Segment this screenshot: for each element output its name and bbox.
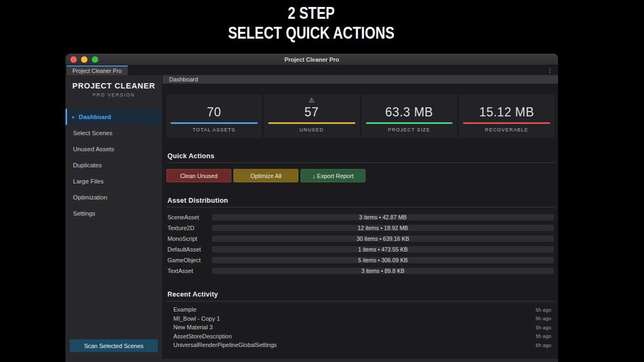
activity-name: MI_Bowl - Copy 1 bbox=[166, 315, 536, 322]
warning-icon bbox=[362, 96, 457, 105]
minimize-window-button[interactable] bbox=[81, 56, 87, 63]
asset-type-label: GameObject bbox=[166, 257, 211, 263]
asset-distribution-row: DefaultAsset 1 items • 473.55 KB bbox=[166, 244, 554, 255]
sidebar-item-label: Settings bbox=[73, 210, 96, 217]
activity-time: 5h ago bbox=[536, 342, 554, 348]
asset-bar-text: 12 items • 18.92 MB bbox=[212, 225, 554, 231]
asset-type-label: DefaultAsset bbox=[166, 246, 211, 253]
sidebar-item[interactable]: ● Unused Assets bbox=[65, 141, 162, 157]
asset-distribution-row: TextAsset 3 items • 89.8 KB bbox=[166, 265, 554, 276]
traffic-lights bbox=[70, 54, 98, 65]
quick-action-button[interactable]: Optimize All bbox=[233, 169, 298, 182]
stats-row: 70 TOTAL ASSETS ⚠ 57 UNUSED bbox=[166, 94, 554, 138]
warning-icon bbox=[166, 96, 262, 105]
quick-action-button[interactable]: ↓ Export Report bbox=[301, 169, 365, 182]
asset-bar-text: 30 items • 639.16 KB bbox=[212, 235, 554, 242]
activity-name: UniversalRenderPipelineGlobalSettings bbox=[166, 342, 536, 348]
step-banner: 2 STEP SELECT QUICK ACTIONS bbox=[56, 3, 566, 43]
asset-distribution-row: SceneAsset 3 items • 42.87 MB bbox=[166, 212, 554, 223]
banner-step-title: SELECT QUICK ACTIONS bbox=[56, 23, 566, 43]
asset-bar-track: 1 items • 473.55 KB bbox=[211, 246, 554, 253]
sidebar-item[interactable]: ● Optimization bbox=[65, 189, 162, 205]
activity-time: 5h ago bbox=[536, 307, 554, 313]
asset-bar-track: 12 items • 18.92 MB bbox=[211, 224, 554, 232]
tab-label: Project Cleaner Pro bbox=[72, 68, 122, 74]
asset-type-label: TextAsset bbox=[166, 268, 211, 274]
asset-bar-track: 5 items • 306.09 KB bbox=[211, 256, 554, 264]
asset-distribution-row: Texture2D 12 items • 18.92 MB bbox=[166, 223, 554, 233]
warning-icon bbox=[459, 96, 554, 105]
stat-label: TOTAL ASSETS bbox=[166, 127, 262, 132]
quick-actions-section: Quick Actions Clean Unused Optimize All … bbox=[166, 152, 554, 182]
sidebar-item-label: Duplicates bbox=[73, 162, 102, 168]
banner-step-number: 2 STEP bbox=[56, 3, 566, 23]
close-window-button[interactable] bbox=[70, 56, 77, 63]
window-footer bbox=[65, 359, 558, 362]
window-title: Project Cleaner Pro bbox=[65, 56, 558, 63]
activity-name: AssetStoreDescription bbox=[166, 333, 536, 339]
stat-value: 15.12 MB bbox=[459, 105, 554, 120]
activity-row: New Material 3 5h ago bbox=[166, 323, 554, 332]
tab-strip: Project Cleaner Pro ⋮ bbox=[65, 65, 558, 75]
zoom-window-button[interactable] bbox=[92, 56, 98, 63]
sidebar-title: PROJECT CLEANER bbox=[65, 82, 162, 90]
stat-value: 63.3 MB bbox=[362, 105, 457, 120]
stat-accent-bar bbox=[268, 122, 355, 124]
asset-bar-track: 30 items • 639.16 KB bbox=[211, 235, 554, 242]
sidebar-item[interactable]: ● Duplicates bbox=[65, 157, 162, 173]
scan-selected-scenes-button[interactable]: Scan Selected Scenes bbox=[69, 339, 158, 352]
stat-accent-bar bbox=[366, 122, 453, 124]
asset-bar-track: 3 items • 42.87 MB bbox=[211, 213, 554, 221]
stat-card: 15.12 MB RECOVERABLE bbox=[459, 94, 554, 138]
sidebar-item-label: Select Scenes bbox=[73, 130, 113, 136]
main-panel: Dashboard 70 TOTAL ASSETS bbox=[163, 75, 558, 359]
asset-type-label: Texture2D bbox=[166, 225, 211, 231]
activity-time: 5h ago bbox=[536, 333, 554, 339]
sidebar-item[interactable]: ● Select Scenes bbox=[65, 125, 162, 141]
stat-card: 70 TOTAL ASSETS bbox=[166, 94, 262, 138]
asset-distribution-row: GameObject 5 items • 306.09 KB bbox=[166, 255, 554, 265]
sidebar-item[interactable]: ● Dashboard bbox=[65, 109, 162, 125]
stat-card: ⚠ 57 UNUSED bbox=[264, 94, 360, 138]
stage: 2 STEP SELECT QUICK ACTIONS Project Clea… bbox=[0, 0, 644, 362]
activity-row: MI_Bowl - Copy 1 5h ago bbox=[166, 314, 554, 323]
stat-value: 70 bbox=[166, 105, 262, 120]
window-titlebar[interactable]: Project Cleaner Pro bbox=[65, 54, 558, 65]
activity-name: Example bbox=[166, 306, 536, 313]
kebab-menu-icon[interactable]: ⋮ bbox=[547, 67, 553, 74]
quick-actions-buttons: Clean Unused Optimize All ↓ Export Repor… bbox=[166, 169, 554, 182]
asset-type-label: MonoScript bbox=[166, 235, 211, 242]
sidebar-item-label: Dashboard bbox=[79, 114, 111, 120]
activity-row: Example 5h ago bbox=[166, 305, 554, 314]
stat-label: PROJECT SIZE bbox=[362, 127, 457, 132]
activity-time: 5h ago bbox=[536, 324, 554, 330]
asset-bar-text: 1 items • 473.55 KB bbox=[212, 246, 554, 253]
tab-project-cleaner-pro[interactable]: Project Cleaner Pro bbox=[67, 65, 128, 75]
active-dot-icon: ● bbox=[72, 115, 75, 120]
asset-bar-text: 3 items • 89.8 KB bbox=[212, 268, 554, 274]
stat-label: UNUSED bbox=[264, 127, 360, 132]
stat-label: RECOVERABLE bbox=[459, 127, 554, 132]
asset-distribution-row: MonoScript 30 items • 639.16 KB bbox=[166, 233, 554, 244]
recent-activity-title: Recent Activity bbox=[166, 291, 554, 301]
sidebar: PROJECT CLEANER PRO VERSION ● Dashboard … bbox=[65, 75, 163, 359]
asset-bar-text: 5 items • 306.09 KB bbox=[212, 257, 554, 263]
sidebar-subtitle: PRO VERSION bbox=[65, 92, 162, 98]
sidebar-nav: ● Dashboard ● Select Scenes ● Unused Ass… bbox=[65, 109, 162, 221]
activity-row: UniversalRenderPipelineGlobalSettings 5h… bbox=[166, 341, 554, 350]
recent-activity-rows: Example 5h ago MI_Bowl - Copy 1 5h ago bbox=[166, 305, 554, 350]
project-cleaner-window: Project Cleaner Pro Project Cleaner Pro … bbox=[65, 54, 558, 362]
quick-action-button[interactable]: Clean Unused bbox=[166, 169, 231, 182]
activity-name: New Material 3 bbox=[166, 324, 536, 330]
warning-icon: ⚠ bbox=[264, 96, 360, 105]
sidebar-item[interactable]: ● Settings bbox=[65, 205, 162, 221]
asset-distribution-rows: SceneAsset 3 items • 42.87 MB Texture2D bbox=[166, 212, 554, 276]
asset-bar-text: 3 items • 42.87 MB bbox=[212, 214, 554, 220]
sidebar-item[interactable]: ● Large Files bbox=[65, 173, 162, 189]
recent-activity-section: Recent Activity Example 5h ago MI_Bowl bbox=[166, 291, 554, 350]
stat-accent-bar bbox=[171, 122, 258, 124]
sidebar-item-label: Large Files bbox=[73, 178, 104, 184]
asset-bar-track: 3 items • 89.8 KB bbox=[211, 267, 554, 275]
asset-type-label: SceneAsset bbox=[166, 214, 211, 220]
window-content: PROJECT CLEANER PRO VERSION ● Dashboard … bbox=[65, 75, 558, 359]
